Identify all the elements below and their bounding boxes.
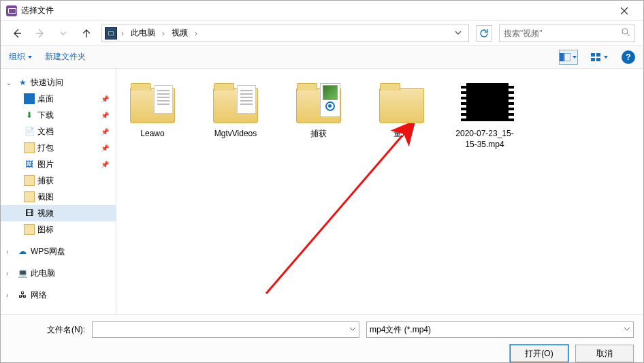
dialog-footer: 文件名(N): mp4文件 (*.mp4) 打开(O) 取消 bbox=[1, 314, 643, 363]
new-folder-button[interactable]: 新建文件夹 bbox=[45, 51, 86, 63]
sidebar-item-downloads[interactable]: ⬇下载📌 bbox=[1, 107, 116, 123]
computer-icon: 💻 bbox=[17, 268, 28, 279]
chevron-down-icon bbox=[349, 326, 356, 332]
video-item[interactable]: 2020-07-23_15-15-35.mp4 bbox=[454, 81, 515, 150]
folder-icon bbox=[24, 142, 35, 153]
chevron-right-icon: › bbox=[6, 291, 14, 299]
search-input[interactable] bbox=[504, 29, 622, 38]
pictures-icon: 🖼 bbox=[24, 159, 35, 170]
close-button[interactable] bbox=[611, 1, 638, 20]
recent-dropdown[interactable] bbox=[55, 25, 71, 42]
filename-input[interactable] bbox=[92, 321, 359, 338]
sidebar-quick-access[interactable]: ⌄ ★ 快速访问 bbox=[1, 74, 116, 91]
pin-icon: 📌 bbox=[101, 144, 109, 152]
forward-button[interactable] bbox=[32, 25, 48, 42]
video-icon bbox=[460, 81, 509, 125]
svg-point-2 bbox=[622, 29, 628, 34]
view-panel-icon bbox=[560, 53, 570, 61]
chevron-down-icon bbox=[624, 326, 630, 332]
breadcrumb-videos[interactable]: 视频 bbox=[169, 26, 191, 40]
up-button[interactable] bbox=[78, 25, 95, 42]
breadcrumb[interactable]: › 此电脑 › 视频 › bbox=[101, 25, 469, 42]
cloud-icon: ☁ bbox=[17, 246, 28, 257]
filetype-filter[interactable]: mp4文件 (*.mp4) bbox=[366, 321, 634, 338]
item-label: 量产 bbox=[393, 129, 410, 140]
sidebar-item-icons[interactable]: 图标 bbox=[1, 221, 116, 238]
chevron-down-icon bbox=[603, 54, 609, 60]
sidebar-item-desktop[interactable]: 桌面📌 bbox=[1, 91, 116, 107]
sidebar-item-pictures[interactable]: 🖼图片📌 bbox=[1, 156, 116, 172]
view-right-button[interactable] bbox=[590, 50, 609, 65]
svg-rect-1 bbox=[109, 32, 113, 35]
open-button[interactable]: 打开(O) bbox=[510, 345, 568, 362]
videos-icon: 🎞 bbox=[24, 208, 35, 219]
organize-label: 组织 bbox=[9, 51, 25, 63]
sidebar[interactable]: ⌄ ★ 快速访问 桌面📌 ⬇下载📌 📄文档📌 打包📌 🖼图片📌 捕获 截图 🎞视… bbox=[1, 69, 116, 314]
pin-icon: 📌 bbox=[101, 128, 109, 136]
sidebar-item-screenshot[interactable]: 截图 bbox=[1, 189, 116, 205]
organize-menu[interactable]: 组织 bbox=[9, 51, 33, 63]
sidebar-label: 此电脑 bbox=[31, 268, 55, 279]
folder-item[interactable]: MgtvVideos bbox=[205, 81, 266, 150]
folder-icon bbox=[24, 224, 35, 235]
refresh-button[interactable] bbox=[476, 25, 492, 42]
chevron-down-icon bbox=[572, 54, 577, 60]
svg-rect-7 bbox=[591, 58, 595, 61]
sidebar-wps[interactable]: ›☁WPS网盘 bbox=[1, 243, 116, 259]
breadcrumb-this-pc[interactable]: 此电脑 bbox=[128, 26, 158, 40]
window-title: 选择文件 bbox=[21, 5, 611, 16]
breadcrumb-dropdown[interactable] bbox=[451, 29, 466, 38]
star-icon: ★ bbox=[17, 77, 28, 88]
sidebar-label: 网络 bbox=[31, 289, 47, 301]
folder-icon bbox=[128, 81, 177, 125]
sidebar-label: WPS网盘 bbox=[31, 246, 65, 257]
sidebar-item-label: 下载 bbox=[37, 110, 54, 121]
sidebar-item-videos[interactable]: 🎞视频 bbox=[1, 205, 116, 221]
app-icon bbox=[6, 5, 17, 16]
sidebar-item-label: 捕获 bbox=[37, 175, 54, 187]
folder-item[interactable]: 捕获 bbox=[288, 81, 349, 150]
folder-item[interactable]: Leawo bbox=[122, 81, 183, 150]
folder-icon bbox=[24, 191, 35, 202]
search-box[interactable] bbox=[499, 25, 635, 42]
sidebar-item-capture[interactable]: 捕获 bbox=[1, 172, 116, 189]
close-icon bbox=[620, 7, 628, 15]
cancel-button[interactable]: 取消 bbox=[575, 345, 634, 362]
sidebar-item-pack[interactable]: 打包📌 bbox=[1, 140, 116, 156]
filename-label: 文件名(N): bbox=[10, 324, 85, 336]
pin-icon: 📌 bbox=[101, 95, 109, 103]
svg-line-9 bbox=[266, 136, 402, 294]
item-label: Leawo bbox=[140, 129, 164, 140]
file-list[interactable]: Leawo MgtvVideos 捕获 量产 2020-07-23_15-15-… bbox=[116, 69, 643, 314]
back-button[interactable] bbox=[9, 25, 25, 42]
filter-dropdown[interactable] bbox=[624, 325, 630, 334]
help-button[interactable]: ? bbox=[622, 50, 635, 64]
sidebar-label: 快速访问 bbox=[31, 77, 63, 89]
chevron-right-icon: › bbox=[6, 270, 14, 277]
view-icons-icon bbox=[591, 53, 602, 61]
filter-value: mp4文件 (*.mp4) bbox=[370, 324, 431, 336]
sidebar-network[interactable]: ›🖧网络 bbox=[1, 287, 116, 303]
folder-icon bbox=[211, 81, 260, 125]
chevron-right-icon: › bbox=[118, 29, 127, 38]
location-icon bbox=[105, 27, 117, 40]
chevron-down-icon bbox=[455, 29, 462, 36]
toolbar: 组织 新建文件夹 ? bbox=[1, 46, 643, 69]
folder-item[interactable]: 量产 bbox=[371, 81, 432, 150]
navbar: › 此电脑 › 视频 › bbox=[1, 21, 643, 46]
sidebar-this-pc[interactable]: ›💻此电脑 bbox=[1, 265, 116, 281]
pin-icon: 📌 bbox=[101, 161, 109, 168]
sidebar-item-label: 桌面 bbox=[37, 93, 54, 105]
search-icon[interactable] bbox=[622, 28, 630, 39]
view-left-button[interactable] bbox=[559, 50, 578, 65]
help-icon: ? bbox=[626, 52, 630, 62]
sidebar-item-documents[interactable]: 📄文档📌 bbox=[1, 123, 116, 140]
arrow-right-icon bbox=[35, 28, 46, 39]
sidebar-item-label: 图标 bbox=[37, 224, 54, 236]
documents-icon: 📄 bbox=[24, 126, 35, 137]
filename-dropdown[interactable] bbox=[349, 325, 356, 334]
sidebar-item-label: 打包 bbox=[37, 142, 54, 154]
refresh-icon bbox=[479, 29, 489, 38]
arrow-up-icon bbox=[81, 28, 92, 39]
arrow-left-icon bbox=[12, 28, 22, 39]
